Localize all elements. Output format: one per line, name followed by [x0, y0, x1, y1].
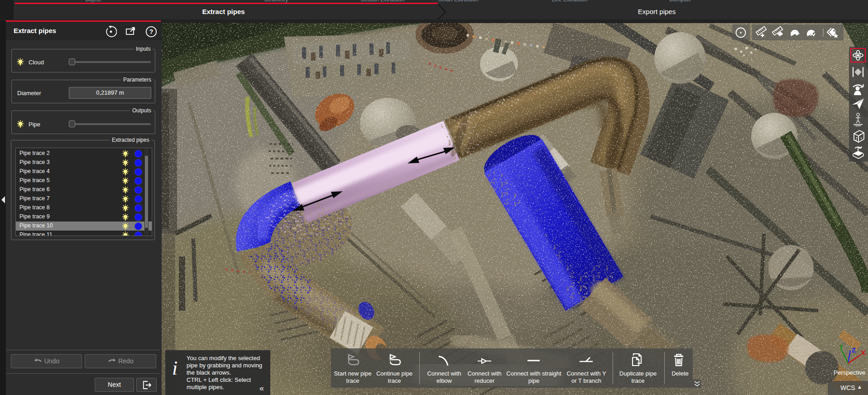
svg-text:X: X: [861, 349, 865, 356]
svg-text:?: ?: [149, 28, 153, 35]
svg-text:Z: Z: [852, 346, 856, 354]
svg-text:Y: Y: [839, 345, 844, 350]
